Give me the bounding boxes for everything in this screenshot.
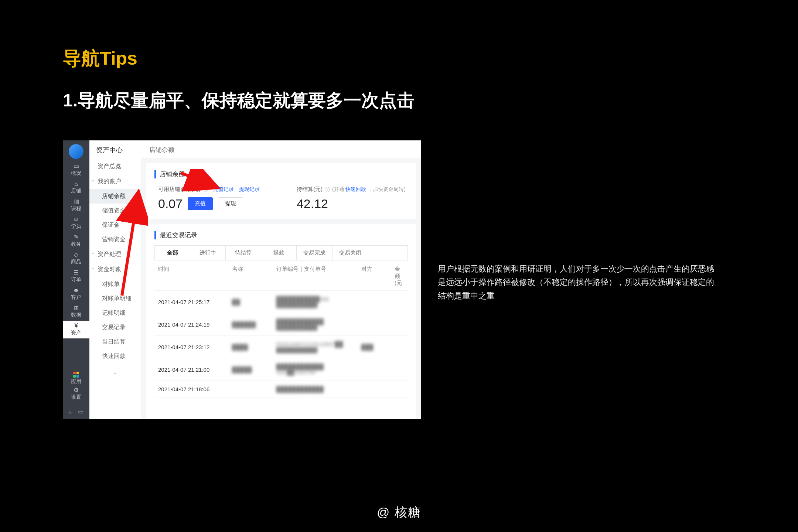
nav-label: 概况 — [71, 170, 81, 177]
col-order: 订单编号｜支付单号 — [275, 266, 360, 287]
table-row[interactable]: 2021-04-07 21:23:12████52021040721231105… — [154, 336, 408, 358]
cell-name: █████ — [231, 366, 275, 373]
col-time: 时间 — [157, 266, 231, 287]
subnav-overview[interactable]: 资产总览 — [89, 159, 141, 174]
subnav-item[interactable]: 交易记录 — [89, 320, 141, 335]
rail-item-商品[interactable]: ◇商品 — [63, 250, 89, 267]
subnav-title: 资产中心 — [89, 140, 141, 159]
transactions-panel-title: 最近交易记录 — [154, 231, 408, 239]
rail-item-店铺[interactable]: ⌂店铺 — [63, 179, 89, 197]
rail-item-客户[interactable]: ☻客户 — [63, 285, 89, 303]
table-row[interactable]: 2021-04-07 21:18:06████████████ — [154, 381, 408, 398]
rail-item-学员[interactable]: ☺学员 — [63, 214, 89, 232]
rail-item-资产[interactable]: ¥资产 — [63, 321, 89, 338]
cell-name: ██████ — [231, 321, 275, 328]
subnav-item[interactable]: 储值资金 — [89, 204, 141, 218]
subnav-group[interactable]: 资产处理 — [89, 247, 141, 262]
nav-label: 教务 — [71, 241, 81, 248]
cell-time: 2021-04-07 21:23:12 — [157, 344, 231, 350]
cell-order: 5202104072123110537██████████████ — [275, 341, 360, 353]
nav-icon: ⌂ — [74, 181, 78, 187]
table-row[interactable]: 2021-04-07 21:21:00█████████████████2021… — [154, 358, 408, 381]
tab[interactable]: 退款 — [261, 246, 297, 260]
nav-label: 资产 — [71, 330, 81, 336]
fast-refund-link[interactable]: 快速回款 — [345, 186, 366, 192]
nav-icon: ▥ — [74, 199, 79, 205]
withdraw-button[interactable]: 提现 — [218, 197, 243, 210]
subnav-item[interactable]: 快速回款 — [89, 349, 141, 364]
cell-order: ███████████059████████████ — [275, 296, 360, 308]
cell-time: 2021-04-07 21:18:06 — [157, 386, 231, 392]
transactions-tabs: 全部进行中待结算退款交易完成交易关闭 — [154, 245, 408, 260]
main-area: 店铺余额 店铺余额 可用店铺余额(元) i 充值记录 提现记录 0.07 — [141, 140, 421, 419]
side-subnav: 资产中心 资产总览 我的账户店铺余额储值资金保证金营销资金资产处理资金对账对账单… — [89, 140, 141, 419]
slide-title: 导航Tips — [63, 46, 137, 71]
info-icon[interactable]: i — [325, 187, 330, 192]
recharge-button[interactable]: 充值 — [188, 197, 213, 210]
nav-label: 客户 — [71, 294, 81, 301]
nav-label: 课程 — [71, 205, 81, 212]
tab[interactable]: 交易完成 — [297, 246, 332, 260]
slide-heading: 1.导航尽量扁平、保持稳定就算要多一次点击 — [63, 89, 415, 112]
subnav-group[interactable]: 我的账户 — [89, 174, 141, 189]
available-balance-label: 可用店铺余额(元) — [158, 186, 201, 193]
cell-order: ████████████████████████ — [275, 318, 360, 330]
subnav-item[interactable]: 对账单明细 — [89, 291, 141, 306]
subnav-item[interactable]: 营销资金 — [89, 232, 141, 247]
cell-name: ██ — [231, 299, 275, 305]
rail-item-概况[interactable]: ▭概况 — [63, 161, 89, 179]
nav-label: 商品 — [71, 259, 81, 265]
search-icon[interactable]: ⌕ — [69, 408, 73, 415]
nav-icon: ¥ — [75, 323, 78, 329]
avatar[interactable] — [69, 144, 83, 159]
subnav-group[interactable]: 资金对账 — [89, 262, 141, 277]
slide-footer: @ 核糖 — [0, 504, 798, 521]
table-row[interactable]: 2021-04-07 21:25:17█████████████059█████… — [154, 291, 408, 313]
rail-settings[interactable]: ⚙ 设置 — [63, 386, 89, 402]
rail-item-课程[interactable]: ▥课程 — [63, 197, 89, 214]
table-header: 时间 名称 订单编号｜支付单号 对方 金额(元 — [154, 260, 408, 291]
balance-panel: 店铺余额 可用店铺余额(元) i 充值记录 提现记录 0.07 充值 提现 — [146, 163, 416, 219]
cell-order: ████████████2021██21002769 — [275, 364, 360, 375]
pending-balance-label: 待结算(元) — [297, 186, 323, 193]
tab[interactable]: 进行中 — [190, 246, 226, 260]
nav-icon: ☰ — [74, 270, 79, 276]
subnav-item[interactable]: 店铺余额 — [89, 189, 141, 204]
rail-item-教务[interactable]: ✎教务 — [63, 232, 89, 250]
transactions-panel: 最近交易记录 全部进行中待结算退款交易完成交易关闭 时间 名称 订单编号｜支付单… — [146, 224, 416, 419]
nav-icon: ◇ — [74, 252, 78, 258]
nav-icon: ▭ — [74, 163, 79, 169]
withdraw-log-link[interactable]: 提现记录 — [239, 186, 260, 192]
cell-time: 2021-04-07 21:21:00 — [157, 366, 231, 373]
nav-icon: ☺ — [73, 216, 79, 222]
gear-icon: ⚙ — [74, 387, 79, 393]
cell-time: 2021-04-07 21:25:17 — [157, 299, 231, 305]
nav-icon: ☻ — [73, 287, 79, 293]
nav-label: 学员 — [71, 223, 81, 230]
subnav-item[interactable]: 保证金 — [89, 218, 141, 232]
rail-item-数据[interactable]: ⊞数据 — [63, 303, 89, 321]
subnav-item[interactable]: 对账单 — [89, 277, 141, 291]
chat-icon[interactable]: ▭ — [78, 408, 83, 415]
apps-icon — [73, 372, 79, 378]
tab[interactable]: 全部 — [155, 246, 190, 260]
pending-balance-value: 42.12 — [297, 197, 328, 211]
subnav-item[interactable]: 记账明细 — [89, 306, 141, 320]
breadcrumb: 店铺余额 — [141, 140, 421, 158]
chevron-down-icon[interactable]: ⌄ — [89, 364, 141, 376]
info-icon[interactable]: i — [203, 187, 208, 192]
nav-label: 店铺 — [71, 188, 81, 194]
recharge-log-link[interactable]: 充值记录 — [213, 186, 234, 192]
slide-description: 用户根据无数的案例和用研证明，人们对于多一次少一次的点击产生的厌恶感是远远小于操… — [438, 262, 719, 303]
available-balance-value: 0.07 — [158, 197, 183, 211]
subnav-item[interactable]: 当日结算 — [89, 335, 141, 349]
tab[interactable]: 待结算 — [226, 246, 261, 260]
nav-label: 数据 — [71, 312, 81, 318]
rail-item-订单[interactable]: ☰订单 — [63, 267, 89, 285]
app-screenshot: ▭概况⌂店铺▥课程☺学员✎教务◇商品☰订单☻客户⊞数据¥资产 应用 ⚙ 设置 ⌕… — [63, 140, 421, 419]
table-row[interactable]: 2021-04-07 21:24:19█████████████████████… — [154, 313, 408, 336]
tab[interactable]: 交易关闭 — [332, 246, 368, 260]
balance-panel-title: 店铺余额 — [154, 170, 408, 178]
rail-apps[interactable]: 应用 — [63, 371, 89, 386]
nav-icon: ⊞ — [74, 305, 79, 311]
